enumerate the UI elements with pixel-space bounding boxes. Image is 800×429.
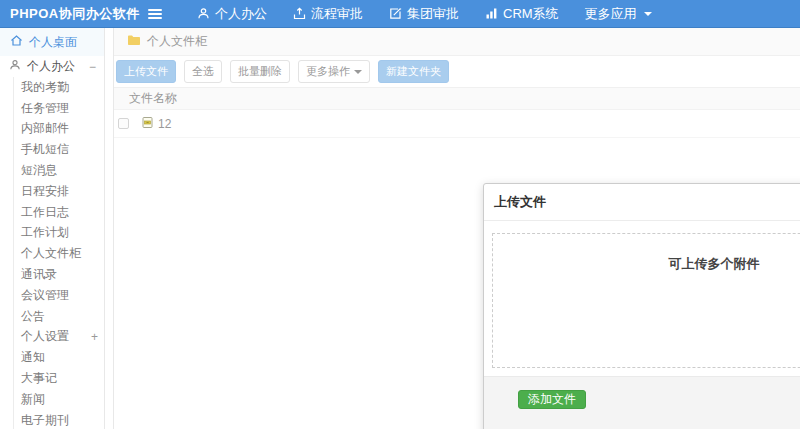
nav-label: 集团审批: [407, 5, 459, 23]
row-checkbox[interactable]: [118, 118, 129, 129]
breadcrumb-label: 个人文件柜: [147, 33, 207, 50]
sidebar-item-notification[interactable]: 通知: [14, 347, 104, 368]
sidebar-item-memorabilia[interactable]: 大事记: [14, 368, 104, 389]
caret-down-icon: [644, 12, 652, 16]
sidebar-item-task-management[interactable]: 任务管理: [14, 98, 104, 119]
nav-item-crm[interactable]: CRM系统: [472, 0, 572, 28]
nav-item-workflow-approval[interactable]: 流程审批: [280, 0, 376, 28]
sidebar-item-label: 个人桌面: [29, 34, 77, 51]
dropzone-hint: 可上传多个附件: [669, 256, 760, 271]
edit-icon: [389, 7, 402, 20]
modal-body: 可上传多个附件: [484, 221, 800, 376]
sidebar-item-personal-desktop[interactable]: 个人桌面: [0, 28, 104, 56]
breadcrumb: 个人文件柜: [114, 28, 800, 56]
sidebar-item-work-log[interactable]: 工作日志: [14, 202, 104, 223]
sidebar-item-schedule[interactable]: 日程安排: [14, 181, 104, 202]
file-name: 12: [158, 117, 171, 131]
file-table-header: 文件名称: [114, 87, 800, 110]
upload-icon: [293, 7, 306, 20]
sidebar-scrollbar-gutter[interactable]: [105, 28, 113, 429]
cabinet-icon: [141, 116, 154, 132]
nav-label: 更多应用: [585, 5, 637, 23]
sidebar-group-label: 个人办公: [27, 58, 75, 75]
sidebar-item-meeting-management[interactable]: 会议管理: [14, 285, 104, 306]
add-file-button[interactable]: 添加文件: [518, 390, 586, 409]
bar-chart-icon: [485, 7, 498, 20]
toolbar: 上传文件 全选 批量删除 更多操作 新建文件夹: [114, 56, 800, 87]
sidebar-item-personal-file-cabinet[interactable]: 个人文件柜: [14, 243, 104, 264]
caret-down-icon: [354, 70, 362, 74]
sidebar-item-mobile-sms[interactable]: 手机短信: [14, 139, 104, 160]
menu-toggle-button[interactable]: [140, 9, 170, 19]
nav-label: CRM系统: [503, 5, 559, 23]
upload-file-modal: 上传文件 可上传多个附件 添加文件: [483, 183, 800, 429]
expand-plus-icon[interactable]: +: [91, 330, 98, 344]
home-icon: [10, 34, 23, 50]
sidebar-item-internal-mail[interactable]: 内部邮件: [14, 119, 104, 140]
modal-footer: 添加文件: [484, 376, 800, 429]
sidebar-item-contacts[interactable]: 通讯录: [14, 264, 104, 285]
nav-item-more-apps[interactable]: 更多应用: [572, 0, 665, 28]
sidebar-item-news[interactable]: 新闻: [14, 389, 104, 410]
sidebar-item-short-message[interactable]: 短消息: [14, 160, 104, 181]
top-navbar: PHPOA协同办公软件 个人办公 流程审批 集团审批: [0, 0, 800, 28]
upload-file-button[interactable]: 上传文件: [116, 60, 176, 83]
nav-item-personal-office[interactable]: 个人办公: [184, 0, 280, 28]
sidebar-item-work-plan[interactable]: 工作计划: [14, 223, 104, 244]
app-brand: PHPOA协同办公软件: [0, 5, 140, 23]
sidebar-item-personal-settings[interactable]: 个人设置 +: [14, 327, 104, 348]
modal-title: 上传文件: [484, 184, 800, 221]
user-icon: [197, 7, 210, 20]
more-operations-dropdown[interactable]: 更多操作: [298, 60, 370, 83]
column-header-file-name: 文件名称: [129, 90, 177, 107]
folder-icon: [127, 34, 141, 49]
batch-delete-button[interactable]: 批量删除: [230, 60, 290, 83]
upload-dropzone[interactable]: 可上传多个附件: [492, 233, 800, 368]
sidebar-item-attendance[interactable]: 我的考勤: [14, 77, 104, 98]
new-folder-button[interactable]: 新建文件夹: [378, 60, 449, 83]
select-all-button[interactable]: 全选: [184, 60, 222, 83]
nav-label: 个人办公: [215, 5, 267, 23]
user-icon: [9, 59, 21, 74]
collapse-minus-icon[interactable]: −: [89, 60, 96, 74]
nav-item-group-approval[interactable]: 集团审批: [376, 0, 472, 28]
sidebar: 个人桌面 个人办公 − 我的考勤 任务管理 内部邮件 手机短信 短消息 日程安排…: [0, 28, 105, 429]
sidebar-item-announcement[interactable]: 公告: [14, 306, 104, 327]
nav-label: 流程审批: [311, 5, 363, 23]
sidebar-group-personal-office[interactable]: 个人办公 −: [0, 56, 104, 77]
table-row[interactable]: 12: [114, 110, 800, 138]
sidebar-submenu: 我的考勤 任务管理 内部邮件 手机短信 短消息 日程安排 工作日志 工作计划 个…: [13, 77, 104, 429]
sidebar-item-e-journal[interactable]: 电子期刊: [14, 410, 104, 429]
